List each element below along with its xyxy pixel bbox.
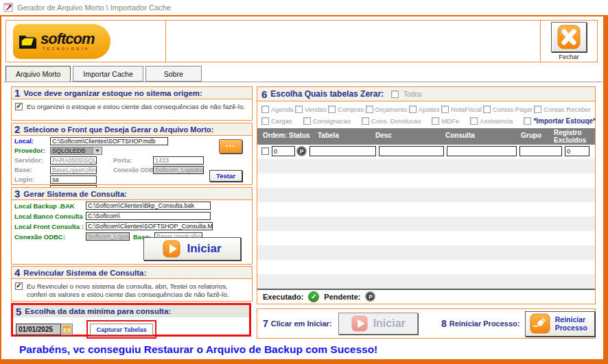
iniciar-disabled-button[interactable]: Iniciar xyxy=(338,313,418,335)
todos-checkbox[interactable] xyxy=(391,90,399,98)
logo-cell: softcom TECNOLOGIA xyxy=(6,21,166,62)
row-status-pending-icon: P xyxy=(296,146,307,156)
empty-table-row xyxy=(257,159,595,173)
local-field[interactable]: C:\Softcom\Clientes\SOFTSHOP.mdb xyxy=(50,137,168,145)
checkbox-vendas[interactable] xyxy=(295,106,303,113)
login-label: Login: xyxy=(14,175,50,183)
empty-table-row xyxy=(257,202,595,217)
odbc-field[interactable]: Softcom_LojasKoll xyxy=(153,166,204,174)
section-2-number: 2 xyxy=(14,124,20,134)
checkbox-agenda[interactable] xyxy=(261,106,269,113)
capturar-tabelas-button[interactable]: Capturar Tabelas xyxy=(90,324,153,335)
revinculei-checkbox[interactable] xyxy=(15,282,23,290)
data-minima-field[interactable]: 01/01/2025 xyxy=(16,324,61,335)
col-ordem: Ordem: xyxy=(263,132,288,139)
section-2: 2 Selecione o Front que Deseja Gerar o A… xyxy=(11,123,253,185)
empty-table-row xyxy=(257,173,595,188)
calendar-picker-button[interactable] xyxy=(61,324,73,335)
play-icon xyxy=(163,240,180,258)
checkbox-mdfe[interactable] xyxy=(432,117,439,125)
iniciar-label: Iniciar xyxy=(187,242,221,256)
row-grupo-field[interactable] xyxy=(519,146,562,156)
checkbox-orcamento[interactable] xyxy=(366,106,373,113)
base-field[interactable]: BaseLojasKollinas_ xyxy=(50,166,97,174)
organizei-estoque-checkbox[interactable] xyxy=(15,103,23,110)
checkbox-cons-devolucao[interactable] xyxy=(362,117,369,125)
col-registro-excluidos: Registro Excluidos xyxy=(554,129,592,144)
servidor-field[interactable]: PARA0505\SQLE xyxy=(50,156,97,165)
banco-consulta-field[interactable]: C:\Softcom\ xyxy=(86,212,211,220)
dropdown-arrow-icon[interactable] xyxy=(93,147,102,154)
checkbox-assistencia[interactable] xyxy=(470,117,478,125)
col-status: Status xyxy=(289,132,310,139)
section-6-number: 6 xyxy=(261,89,267,99)
row-ordem-field[interactable]: 0 xyxy=(272,146,295,156)
checkbox-compras[interactable] xyxy=(328,106,336,113)
row-desc-field[interactable] xyxy=(379,146,444,156)
row-registro-field[interactable]: 0 xyxy=(565,146,589,156)
fechar-cell: Fechar xyxy=(540,21,597,62)
row-select-checkbox[interactable] xyxy=(261,147,269,155)
iniciar-button[interactable]: Iniciar xyxy=(143,237,241,260)
row-tabela-field[interactable] xyxy=(309,146,376,156)
section-5-title: Escolha da data minima para consulta: xyxy=(25,307,171,315)
todos-label: Todos xyxy=(404,90,422,98)
section-7-8: 7 Clicar em Iniciar: Iniciar 8 Reiniciar… xyxy=(257,308,596,339)
tab-importar-cache[interactable]: Importar Cache xyxy=(73,66,143,82)
logo-tagline: TECNOLOGIA xyxy=(40,47,95,51)
section-6: 6 Escolha Quais tabelas Zerar: Todos Age… xyxy=(257,86,596,304)
checkbox-contas-receber[interactable] xyxy=(534,106,541,113)
checkbox-contas-pagar[interactable] xyxy=(483,106,491,113)
testar-button[interactable]: Testar xyxy=(209,170,242,182)
pendente-label: Pendente: xyxy=(324,293,360,301)
executado-check-icon: ✓ xyxy=(308,291,319,302)
browse-button[interactable]: ... xyxy=(219,139,242,154)
front-consulta-label: Local Front Consulta : xyxy=(14,223,86,230)
odbc-consulta-field[interactable]: Softcom_LojasKoll xyxy=(86,232,130,241)
empty-table-row xyxy=(257,217,595,231)
checkbox-consignacao[interactable] xyxy=(303,117,311,125)
col-desc: Desc xyxy=(375,132,392,139)
tab-arquivo-morto[interactable]: Arquivo Morto xyxy=(5,66,71,82)
iniciar-disabled-label: Iniciar xyxy=(373,317,406,330)
provedor-dropdown[interactable]: SQLOLEDB xyxy=(50,147,102,155)
section-3: 3 Gerar Sistema de Consulta: Local Backu… xyxy=(11,187,253,265)
checkbox-importar-estoque[interactable] xyxy=(524,117,531,125)
window-title: Gerador de Arquivo Morto \ Importador Ca… xyxy=(17,3,171,12)
porta-field[interactable]: 1433 xyxy=(153,156,204,165)
tab-strip: Arquivo Morto Importar Cache Sobre xyxy=(5,66,202,82)
empty-table-row xyxy=(257,231,595,245)
table-header: Ordem: Status Tabela Desc Consulta Grupo… xyxy=(257,128,595,145)
zerar-options-row-1: Agenda Vendas Compras Orçamento Ajustes … xyxy=(257,104,595,115)
empty-table-row xyxy=(257,245,595,260)
section-1: 1 Voce deve organizar estoque no sitema … xyxy=(11,86,253,121)
checkbox-cargas[interactable] xyxy=(261,117,269,125)
checkbox-ajustes[interactable] xyxy=(409,106,417,113)
checkbox-notafiscal[interactable] xyxy=(441,106,449,113)
fechar-button[interactable] xyxy=(551,22,587,52)
calendar-icon xyxy=(62,325,71,334)
logo-text: softcom xyxy=(40,32,95,47)
login-field[interactable]: sa xyxy=(50,175,97,184)
odbc-label: Conexão ODBC: xyxy=(113,167,153,173)
section-4-number: 4 xyxy=(14,267,20,278)
reiniciar-processo-label: Reiniciar Processo xyxy=(555,315,591,332)
revinculei-label: Eu Revinculei o novo sistema de consulta… xyxy=(27,282,246,299)
provedor-label: Provedor: xyxy=(14,147,50,154)
capturar-tabelas-highlight: Capturar Tabelas xyxy=(86,320,156,339)
reiniciar-processo-button[interactable]: Reiniciar Processo xyxy=(525,311,595,337)
section-4: 4 Revincular Sistema de Consulta: Eu Rev… xyxy=(11,266,253,302)
section-3-title: Gerar Sistema de Consulta: xyxy=(23,190,127,198)
close-x-icon xyxy=(556,24,582,50)
odbc-consulta-label: Conexão ODBC: xyxy=(14,233,86,241)
front-consulta-field[interactable]: C:\Softcom\Clientes\SOFTSHOP_Consulta.MD… xyxy=(86,222,213,230)
col-tabela: Tabela xyxy=(318,132,339,139)
col-grupo: Grupo xyxy=(521,132,541,139)
row-consulta-field[interactable] xyxy=(447,146,517,156)
banco-consulta-label: Local Banco Consulta : xyxy=(14,213,86,220)
backup-field[interactable]: C:\Softcom\Clientes\Bkp_Consulta.bak xyxy=(86,202,211,210)
titlebar: Gerador de Arquivo Morto \ Importador Ca… xyxy=(0,0,608,15)
section-5: 5 Escolha da data minima para consulta: … xyxy=(11,303,251,337)
fechar-label: Fechar xyxy=(559,53,579,60)
tab-sobre[interactable]: Sobre xyxy=(145,66,202,82)
